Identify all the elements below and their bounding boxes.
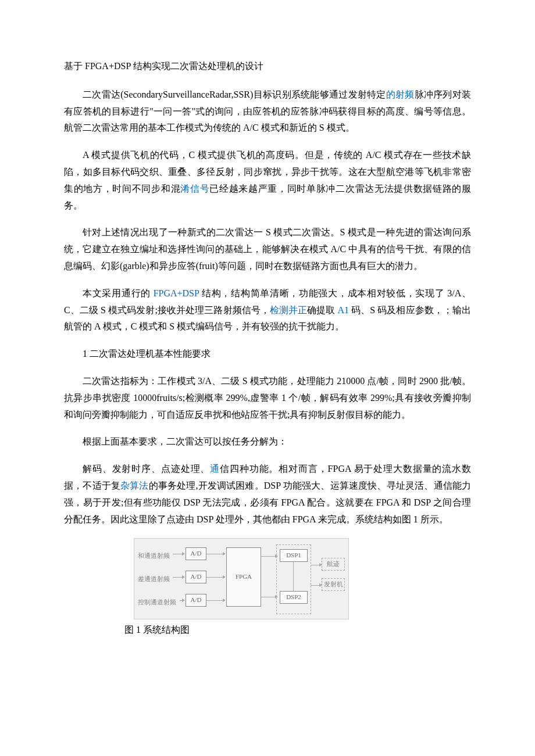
dsp1-box: DSP1 bbox=[280, 549, 308, 562]
output-track: 航迹 bbox=[322, 558, 345, 571]
section-heading-1: 1 二次雷达处理机基本性能要求 bbox=[64, 346, 471, 363]
link-comm[interactable]: 通 bbox=[210, 464, 220, 474]
document-title: 基于 FPGA+DSP 结构实现二次雷达处理机的设计 bbox=[64, 58, 471, 75]
fpga-box: FPGA bbox=[226, 547, 261, 607]
system-structure-diagram: 和通道射频 差通道射频 控制通道射频 A/D A/D A/D FPGA DSP1… bbox=[134, 538, 349, 619]
label-diff-channel: 差通道射频 bbox=[138, 574, 170, 585]
label-sum-channel: 和通道射频 bbox=[138, 550, 170, 562]
paragraph-4: 本文采用通行的 FPGA+DSP 结构，结构简单清晰，功能强大，成本相对较低，实… bbox=[64, 285, 471, 335]
ad-box-3: A/D bbox=[186, 594, 206, 607]
paragraph-5: 二次雷达指标为：工作模式 3/A、二级 S 模式功能，处理能力 210000 点… bbox=[64, 373, 471, 423]
paragraph-2: A 模式提供飞机的代码，C 模式提供飞机的高度码。但是，传统的 A/C 模式存在… bbox=[64, 147, 471, 214]
paragraph-6: 根据上面基本要求，二次雷达可以按任务分解为： bbox=[64, 433, 471, 450]
link-fpga-dsp[interactable]: FPGA+DSP bbox=[154, 288, 199, 298]
link-detect[interactable]: 检测并正 bbox=[270, 305, 307, 315]
paragraph-3: 针对上述情况出现了一种新式的二次雷达一 S 模式二次雷达。S 模式是一种先进的雷… bbox=[64, 224, 471, 274]
label-control-channel: 控制通道射频 bbox=[138, 597, 176, 608]
link-a1[interactable]: A1 bbox=[338, 305, 349, 315]
text: 二次雷达(SecondarySurveillanceRadar,SSR)目标识别… bbox=[83, 89, 386, 99]
figure-1-container: 和通道射频 差通道射频 控制通道射频 A/D A/D A/D FPGA DSP1… bbox=[64, 538, 471, 639]
text: 解码、发射时序、点迹处理、 bbox=[83, 464, 210, 474]
paragraph-1: 二次雷达(SecondarySurveillanceRadar,SSR)目标识别… bbox=[64, 87, 471, 137]
figure-1-caption: 图 1 系统结构图 bbox=[64, 622, 471, 639]
output-transmitter: 发射机 bbox=[322, 578, 345, 591]
link-rf[interactable]: 的射频 bbox=[386, 89, 415, 99]
paragraph-7: 解码、发射时序、点迹处理、通信四种功能。相对而言，FPGA 易于处理大数据量的流… bbox=[64, 461, 471, 528]
text: 本文采用通行的 bbox=[83, 288, 154, 298]
dsp2-box: DSP2 bbox=[280, 591, 308, 604]
text: 确提取 bbox=[307, 305, 337, 315]
link-signal[interactable]: 淆信号 bbox=[180, 184, 209, 194]
ad-box-2: A/D bbox=[186, 571, 206, 583]
link-algorithm[interactable]: 杂算法 bbox=[120, 481, 149, 490]
ad-box-1: A/D bbox=[186, 547, 206, 560]
